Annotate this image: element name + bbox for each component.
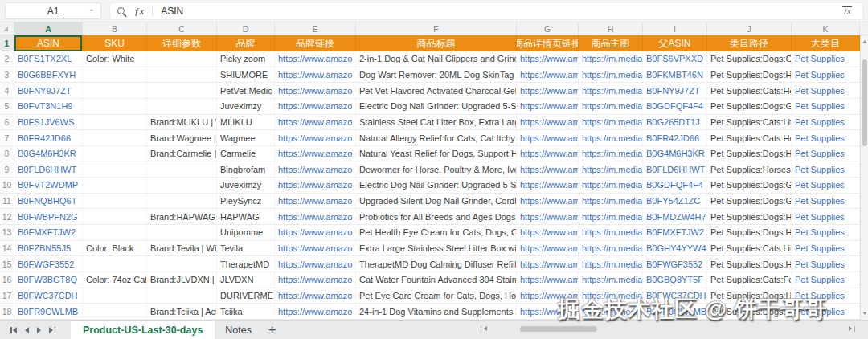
cell-J5[interactable]: Pet Supplies:Dogs:Groom (707, 99, 792, 114)
header-cell-E[interactable]: 品牌链接 (275, 35, 356, 51)
cell-D4[interactable]: PetVet Medic (217, 83, 275, 98)
cell-J14[interactable]: Pet Supplies:Cats:Litter & (707, 241, 792, 256)
cell-B12[interactable] (83, 209, 147, 224)
cell-H6[interactable]: https://m.media-a (579, 115, 643, 130)
cell-F6[interactable]: Stainless Steel Cat Litter Box, Extra La… (356, 115, 517, 130)
row-number-11[interactable]: 11 (0, 194, 14, 209)
cell-G7[interactable]: https://www.amaz (517, 130, 579, 145)
cell-I15[interactable]: B0FWGF3552 (643, 256, 707, 272)
cell-G13[interactable]: https://www.amaz (517, 225, 579, 240)
cell-reference-box[interactable]: A1 ⌄ (5, 2, 101, 19)
row-number-16[interactable]: 16 (0, 272, 14, 288)
cell-A8[interactable]: B0G4M6H3KR (14, 146, 83, 161)
cell-A3[interactable]: B0G6BBFXYH (14, 67, 83, 83)
column-letter-G[interactable]: G (517, 22, 579, 35)
cell-C3[interactable] (147, 67, 217, 83)
cell-I6[interactable]: B0G265DT1J (643, 115, 707, 130)
cell-B6[interactable] (83, 115, 147, 130)
column-letter-K[interactable]: K (792, 22, 860, 35)
cell-F3[interactable]: Dog Wart Remover: 20ML Dog SkinTag Rem (356, 67, 517, 83)
header-cell-J[interactable]: 类目路径 (707, 35, 792, 51)
cell-J15[interactable]: Pet Supplies:Dogs:Health (707, 256, 792, 272)
cell-B3[interactable] (83, 67, 147, 83)
cell-C8[interactable]: Brand:Carmelie | Ar (147, 146, 217, 161)
cell-H7[interactable]: https://m.media-a (579, 130, 643, 145)
cell-J9[interactable]: Pet Supplies:Horses:Hea (707, 161, 792, 177)
cell-I16[interactable]: B0GBQ8YT5F (643, 272, 707, 288)
cell-G16[interactable]: https://www.amaz (517, 272, 579, 288)
column-letter-J[interactable]: J (707, 22, 792, 35)
cell-F15[interactable]: TherapetMD Dog Calming Diffuser Refill K… (356, 256, 517, 272)
cell-F11[interactable]: Upgraded Silent Dog Nail Grinder, Cordle… (356, 194, 517, 209)
row-number-5[interactable]: 5 (0, 99, 14, 114)
cell-D5[interactable]: Juveximzy (217, 99, 275, 114)
cell-A14[interactable]: B0FZBN55J5 (14, 241, 83, 256)
header-cell-B[interactable]: SKU (83, 35, 147, 51)
cell-H15[interactable]: https://m.media-a (579, 256, 643, 272)
header-cell-G[interactable]: 商品详情页链接 (517, 35, 579, 51)
cell-K9[interactable]: Pet Supplies (792, 161, 860, 177)
cell-D7[interactable]: Wagmee (217, 130, 275, 145)
cell-K10[interactable]: Pet Supplies (792, 178, 860, 193)
row-number-4[interactable]: 4 (0, 83, 14, 98)
formula-input[interactable]: ASIN (161, 6, 183, 17)
header-cell-I[interactable]: 父ASIN (643, 35, 707, 51)
cell-E17[interactable]: https://www.amazo (275, 288, 356, 304)
cell-K3[interactable]: Pet Supplies (792, 67, 860, 83)
cell-I8[interactable]: B0G4M6H3KR (643, 146, 707, 161)
cell-G5[interactable]: https://www.amaz (517, 99, 579, 114)
last-sheet-button[interactable] (49, 327, 55, 333)
cell-K5[interactable]: Pet Supplies (792, 99, 860, 114)
row-number-6[interactable]: 6 (0, 115, 14, 130)
cell-C17[interactable] (147, 288, 217, 304)
header-cell-K[interactable]: 大类目 (792, 35, 860, 51)
header-cell-C[interactable]: 详细参数 (147, 35, 217, 51)
cell-C11[interactable] (147, 194, 217, 209)
cell-K13[interactable]: Pet Supplies (792, 225, 860, 240)
column-letter-C[interactable]: C (147, 22, 217, 35)
cell-K16[interactable]: Pet Supplies (792, 272, 860, 288)
cell-I3[interactable]: B0FKMBT46N (643, 67, 707, 83)
cell-F5[interactable]: Electric Dog Nail Grinder: Upgraded 5-Sp… (356, 99, 517, 114)
scroll-left-icon[interactable] (484, 326, 487, 331)
chevron-down-icon[interactable]: ⌄ (88, 4, 95, 13)
cell-C5[interactable] (147, 99, 217, 114)
cell-D16[interactable]: JLVDXN (217, 272, 275, 288)
row-number-7[interactable]: 7 (0, 130, 14, 145)
vertical-scrollbar-thumb[interactable] (862, 59, 867, 146)
cell-D8[interactable]: Carmelie (217, 146, 275, 161)
cell-G2[interactable]: https://www.amaz (517, 51, 579, 67)
cell-D18[interactable]: Tciika (217, 304, 275, 319)
cell-I10[interactable]: B0GDFQF4F4 (643, 178, 707, 193)
cell-B10[interactable] (83, 178, 147, 193)
cell-E14[interactable]: https://www.amazo (275, 241, 356, 256)
row-number-18[interactable]: 18 (0, 304, 14, 319)
cell-D17[interactable]: DURIVERME (217, 288, 275, 304)
cell-J13[interactable]: Pet Supplies:Dogs:Health (707, 225, 792, 240)
cell-B7[interactable] (83, 130, 147, 145)
cell-F18[interactable]: 24-in-1 Dog Vitamins and Supplements 200 (356, 304, 517, 319)
cell-D13[interactable]: Unipomme (217, 225, 275, 240)
column-letter-D[interactable]: D (217, 22, 275, 35)
cell-C4[interactable] (147, 83, 217, 98)
scroll-down-icon[interactable] (862, 312, 867, 315)
cell-F2[interactable]: 2-in-1 Dog & Cat Nail Clippers and Grind… (356, 51, 517, 67)
cell-K11[interactable]: Pet Supplies (792, 194, 860, 209)
cell-K7[interactable]: Pet Supplies (792, 130, 860, 145)
cell-H12[interactable]: https://m.media-a (579, 209, 643, 224)
cell-H4[interactable]: https://m.media-a (579, 83, 643, 98)
cell-B14[interactable]: Color: Black (83, 241, 147, 256)
cell-I7[interactable]: B0FR42JD66 (643, 130, 707, 145)
cell-D6[interactable]: MLIKLU (217, 115, 275, 130)
row-number-12[interactable]: 12 (0, 209, 14, 224)
header-cell-F[interactable]: 商品标题 (356, 35, 517, 51)
cell-A7[interactable]: B0FR42JD66 (14, 130, 83, 145)
cell-D14[interactable]: Tevila (217, 241, 275, 256)
collapse-formula-bar-icon[interactable]: ƒx (839, 5, 855, 18)
cell-J3[interactable]: Pet Supplies:Dogs:Health (707, 67, 792, 83)
formula-bar[interactable]: ƒx ASIN ƒx (109, 2, 863, 20)
cell-D10[interactable]: Juveximzy (217, 178, 275, 193)
cell-F17[interactable]: Pet Eye Care Cream for Cats, Dogs, Horse… (356, 288, 517, 304)
cell-H8[interactable]: https://m.media-a (579, 146, 643, 161)
row-number-3[interactable]: 3 (0, 67, 14, 83)
